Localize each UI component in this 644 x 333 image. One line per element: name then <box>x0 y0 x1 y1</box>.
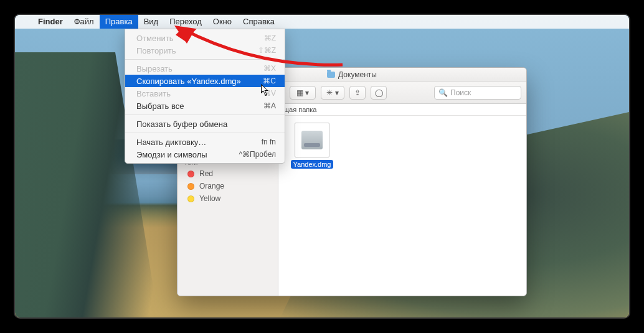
search-field[interactable]: 🔍 Поиск <box>434 86 521 100</box>
share-button[interactable]: ⇪ <box>349 86 366 100</box>
menu-item-shortcut: ⇧⌘Z <box>258 46 276 55</box>
menu-item[interactable]: Показать буфер обмена <box>125 118 285 130</box>
dmg-file-icon <box>295 123 329 157</box>
path-header: щая папка <box>278 104 526 116</box>
tags-button[interactable]: ◯ <box>371 86 387 100</box>
menubar-item-справка[interactable]: Справка <box>237 15 280 29</box>
folder-icon <box>327 72 335 78</box>
menu-item-shortcut: ⌘A <box>263 101 276 110</box>
menu-item-shortcut: ⌘Z <box>264 34 276 42</box>
menubar-item-файл[interactable]: Файл <box>69 15 100 29</box>
menu-item-shortcut: ^⌘Пробел <box>239 150 276 159</box>
menu-item-label: Выбрать все <box>136 101 263 111</box>
sidebar-item-label: Red <box>199 169 213 178</box>
menu-item-label: Вставить <box>136 89 263 98</box>
menu-item-label: Скопировать «Yandex.dmg» <box>136 77 263 86</box>
menu-item: Отменить⌘Z <box>125 32 285 44</box>
menu-item[interactable]: Выбрать все⌘A <box>125 100 285 112</box>
menu-item[interactable]: Эмодзи и символы^⌘Пробел <box>125 148 285 161</box>
sidebar-item[interactable]: Red <box>178 167 278 180</box>
arrange-button[interactable]: ▦ ▾ <box>290 86 316 100</box>
menu-item-label: Отменить <box>136 34 264 43</box>
menu-separator <box>125 133 285 133</box>
window-title: Документы <box>338 70 377 79</box>
menu-item-shortcut: fn fn <box>262 138 276 146</box>
finder-content[interactable]: щая папка Yandex.dmg <box>278 104 526 296</box>
mouse-cursor-icon <box>261 84 270 96</box>
menubar-item-переход[interactable]: Переход <box>164 15 207 29</box>
menu-separator <box>125 59 285 60</box>
search-icon: 🔍 <box>438 88 448 97</box>
menu-item[interactable]: Начать диктовку…fn fn <box>125 136 285 148</box>
tag-dot-icon <box>186 169 195 178</box>
tag-dot-icon <box>186 194 195 203</box>
sidebar-item[interactable]: Orange <box>178 180 278 192</box>
menubar: FinderФайлПравкаВидПереходОкноСправка <box>15 15 629 29</box>
sidebar-item-label: Yellow <box>199 194 220 203</box>
menu-item-label: Повторить <box>136 46 258 55</box>
tag-dot-icon <box>186 182 195 190</box>
action-button[interactable]: ✳ ▾ <box>321 86 344 100</box>
search-placeholder: Поиск <box>450 88 471 97</box>
menu-item-label: Показать буфер обмена <box>136 120 276 129</box>
menu-item-label: Вырезать <box>136 64 263 73</box>
sidebar-item[interactable]: Yellow <box>178 192 278 205</box>
menu-item: Вырезать⌘X <box>125 62 285 75</box>
menu-separator <box>125 115 285 115</box>
menubar-item-finder[interactable]: Finder <box>32 15 69 29</box>
menubar-item-правка[interactable]: Правка <box>100 15 138 29</box>
menubar-item-вид[interactable]: Вид <box>138 15 164 29</box>
file-name: Yandex.dmg <box>291 160 334 169</box>
menu-item-shortcut: ⌘X <box>263 64 276 73</box>
menu-item-label: Начать диктовку… <box>136 138 262 147</box>
menubar-item-окно[interactable]: Окно <box>207 15 237 29</box>
sidebar-item-label: Orange <box>199 182 224 190</box>
file-item[interactable]: Yandex.dmg <box>290 123 334 169</box>
menu-item: Повторить⇧⌘Z <box>125 44 285 57</box>
menu-item-label: Эмодзи и символы <box>136 150 239 159</box>
